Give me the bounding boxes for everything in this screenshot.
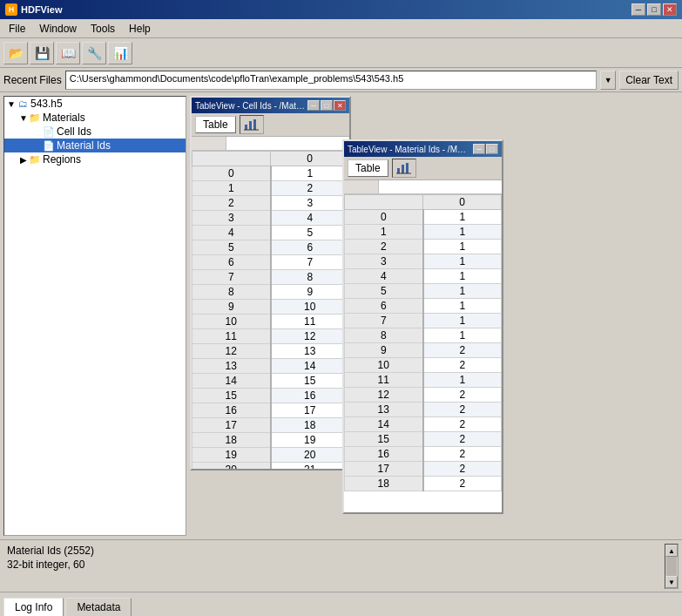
table-row: 122 xyxy=(345,388,502,403)
cell-value[interactable]: 13 xyxy=(271,344,349,359)
svg-rect-4 xyxy=(397,168,400,173)
cell-value[interactable]: 2 xyxy=(423,403,502,417)
data-table-material-ids: 0 01112131415161718192102111122132142152… xyxy=(344,194,502,491)
chart-btn-material-ids[interactable] xyxy=(392,159,416,178)
cell-value[interactable]: 21 xyxy=(271,463,349,470)
cell-value[interactable]: 2 xyxy=(271,181,349,196)
cell-value[interactable]: 12 xyxy=(271,329,349,344)
cell-value[interactable]: 1 xyxy=(271,166,349,181)
table-row: 23 xyxy=(192,196,349,211)
tree-toggle-regions[interactable]: ▶ xyxy=(18,154,29,165)
open-button[interactable]: 📂 xyxy=(3,42,28,64)
cell-value[interactable]: 17 xyxy=(271,403,349,418)
cell-value[interactable]: 1 xyxy=(423,373,502,388)
tree-node-materials[interactable]: ▼ 📁 Materials xyxy=(4,111,186,125)
row-index: 2 xyxy=(345,240,423,254)
cell-value[interactable]: 2 xyxy=(423,388,502,403)
cell-value[interactable]: 14 xyxy=(271,359,349,374)
tree-node-cell-ids[interactable]: ▶ 📄 Cell Ids xyxy=(4,125,186,139)
cell-value[interactable]: 1 xyxy=(423,210,502,225)
cell-value[interactable]: 18 xyxy=(271,418,349,433)
data-table-cell-ids: 0 01122334455667788991010111112121313141… xyxy=(192,151,349,469)
clear-text-button[interactable]: Clear Text xyxy=(619,71,679,90)
maximize-button[interactable]: □ xyxy=(647,3,661,16)
cell-value[interactable]: 4 xyxy=(271,211,349,226)
minimize-button[interactable]: ─ xyxy=(631,3,645,16)
table-tab-cell-ids[interactable]: Table xyxy=(195,116,236,133)
scroll-down-button[interactable]: ▼ xyxy=(665,576,678,588)
table-minimize-cell-ids[interactable]: ─ xyxy=(307,100,320,111)
cell-value[interactable]: 19 xyxy=(271,433,349,448)
cell-value[interactable]: 2 xyxy=(423,447,502,462)
cell-value[interactable]: 15 xyxy=(271,374,349,389)
book-button[interactable]: 📖 xyxy=(56,42,80,64)
table-row: 2021 xyxy=(192,463,349,470)
table-toolbar-cell-ids: Table xyxy=(192,113,349,137)
row-index: 1 xyxy=(192,181,271,196)
settings-button[interactable]: 🔧 xyxy=(82,42,106,64)
tree-toggle-root[interactable]: ▼ xyxy=(6,98,17,109)
cell-value[interactable]: 9 xyxy=(271,285,349,300)
cell-value[interactable]: 1 xyxy=(423,328,502,343)
cell-value[interactable]: 16 xyxy=(271,389,349,403)
cell-value[interactable]: 10 xyxy=(271,300,349,315)
cell-value[interactable]: 1 xyxy=(423,269,502,284)
cell-value[interactable]: 1 xyxy=(423,254,502,269)
cell-value[interactable]: 2 xyxy=(423,462,502,477)
cell-value[interactable]: 2 xyxy=(423,343,502,358)
cell-value[interactable]: 1 xyxy=(423,240,502,254)
tree-node-root[interactable]: ▼ 🗂 543.h5 xyxy=(4,97,186,111)
table-close-cell-ids[interactable]: ✕ xyxy=(334,100,346,111)
recent-files-path[interactable]: C:\Users\ghammond\Documents\code\pfloTra… xyxy=(65,71,597,90)
table-maximize-material-ids[interactable]: □ xyxy=(486,144,498,154)
tree-node-material-ids[interactable]: ▶ 📄 Material Ids xyxy=(4,139,186,152)
table-row: 01 xyxy=(192,166,349,181)
table-row: 1718 xyxy=(192,418,349,433)
cell-value[interactable]: 6 xyxy=(271,240,349,255)
close-button[interactable]: ✕ xyxy=(663,3,677,16)
table-tab-material-ids[interactable]: Table xyxy=(348,159,388,177)
cell-value[interactable]: 8 xyxy=(271,270,349,285)
tree-node-regions[interactable]: ▶ 📁 Regions xyxy=(4,152,186,166)
cell-value[interactable]: 3 xyxy=(271,196,349,211)
table-minimize-material-ids[interactable]: ─ xyxy=(473,144,485,154)
menu-window[interactable]: Window xyxy=(32,21,84,37)
table-content-material-ids: 0 01112131415161718192102111122132142152… xyxy=(344,194,502,512)
chart-btn-cell-ids[interactable] xyxy=(240,115,264,134)
status-scrollbar[interactable]: ▲ ▼ xyxy=(665,544,679,589)
cell-value[interactable]: 20 xyxy=(271,448,349,463)
table-row: 89 xyxy=(192,285,349,300)
cell-value[interactable]: 1 xyxy=(423,284,502,299)
menu-file[interactable]: File xyxy=(2,21,32,37)
table-row: 111 xyxy=(345,373,502,388)
cell-value[interactable]: 1 xyxy=(423,299,502,314)
cell-value[interactable]: 1 xyxy=(423,314,502,328)
table-row: 1920 xyxy=(192,448,349,463)
tab-metadata[interactable]: Metadata xyxy=(65,598,132,616)
cell-value[interactable]: 2 xyxy=(423,432,502,447)
menu-help[interactable]: Help xyxy=(122,21,158,37)
recent-files-dropdown[interactable]: ▼ xyxy=(600,71,616,90)
cell-value[interactable]: 7 xyxy=(271,255,349,270)
svg-rect-2 xyxy=(253,119,256,130)
cell-value[interactable]: 11 xyxy=(271,315,349,329)
chart-button[interactable]: 📊 xyxy=(108,42,132,64)
scroll-up-button[interactable]: ▲ xyxy=(665,545,678,557)
table-maximize-cell-ids[interactable]: □ xyxy=(321,100,333,111)
row-index: 3 xyxy=(192,211,271,226)
tab-log-info[interactable]: Log Info xyxy=(3,598,64,616)
cell-value[interactable]: 2 xyxy=(423,358,502,373)
file-icon: 🗂 xyxy=(17,98,29,110)
cell-value[interactable]: 2 xyxy=(423,477,502,491)
row-index: 11 xyxy=(192,329,271,344)
tree-toggle-materials[interactable]: ▼ xyxy=(18,112,29,123)
cell-value[interactable]: 1 xyxy=(423,225,502,240)
cell-value[interactable]: 5 xyxy=(271,226,349,240)
table-row: 1516 xyxy=(192,389,349,403)
status-bar: Material Ids (2552) 32-bit integer, 60 ▲… xyxy=(0,539,682,592)
table-row: 1213 xyxy=(192,344,349,359)
cell-value[interactable]: 2 xyxy=(423,417,502,432)
dataset-icon-material-ids: 📄 xyxy=(43,139,55,152)
save-button[interactable]: 💾 xyxy=(30,42,54,64)
menu-tools[interactable]: Tools xyxy=(84,21,122,37)
